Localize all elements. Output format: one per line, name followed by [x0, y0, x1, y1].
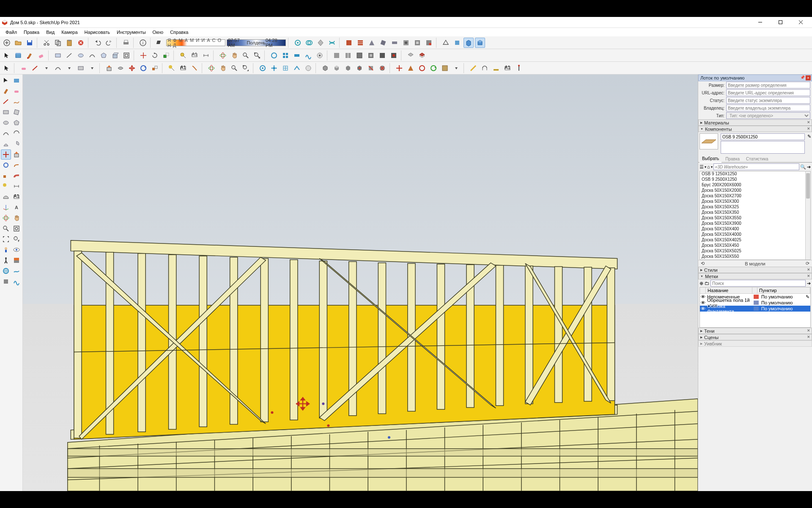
component-tool[interactable] [13, 50, 23, 61]
lt-pie[interactable] [12, 139, 22, 149]
lt-3dtext[interactable]: A [12, 202, 22, 213]
section-b[interactable] [343, 50, 353, 61]
tool-r3-2b[interactable] [41, 63, 52, 73]
tool-r3-8[interactable] [138, 63, 148, 73]
text-tool[interactable]: A1 [189, 50, 200, 61]
lt-rect[interactable] [1, 107, 11, 117]
tab-stats[interactable]: Статистика [743, 156, 771, 162]
lt-section[interactable] [12, 255, 22, 265]
lt-paint[interactable] [1, 86, 11, 96]
section-materials[interactable]: ▶Материалы✕ [698, 119, 812, 126]
tool-r3-16[interactable] [241, 63, 251, 73]
lt-look[interactable] [12, 245, 22, 255]
tool-r3-31[interactable] [428, 63, 439, 73]
menu-window[interactable]: Окно [150, 29, 167, 36]
list-item[interactable]: OSB 9 1250X1250 [700, 171, 810, 177]
section-tags[interactable]: ▼Метки✕ [698, 273, 812, 279]
tool-r3-23[interactable] [332, 63, 342, 73]
list-item[interactable]: Доска 50X150X300 [700, 199, 810, 204]
redo-button[interactable] [104, 38, 114, 48]
tool-r3-19[interactable] [280, 63, 291, 73]
tool-r3-36[interactable]: A1 [502, 63, 513, 73]
tool-r3-33[interactable] [468, 63, 478, 73]
lt-rotrect[interactable] [12, 107, 22, 117]
prop-size-input[interactable] [726, 82, 810, 88]
prop-url-input[interactable] [726, 89, 810, 96]
lt-polygon[interactable] [12, 118, 22, 128]
menu-camera[interactable]: Камера [58, 29, 80, 36]
lt-text[interactable]: A1 [12, 192, 22, 202]
texture-b-button[interactable] [355, 38, 365, 48]
menu-file[interactable]: Файл [3, 29, 20, 36]
lt-circle[interactable] [1, 118, 11, 128]
list-item[interactable]: Доска 50X150X400 [700, 226, 810, 232]
tool-r3-11[interactable]: A1 [178, 63, 188, 73]
tool-r3-20[interactable] [292, 63, 302, 73]
list-item[interactable]: Доска 50X150X550 [700, 254, 810, 260]
polygon-tool[interactable] [99, 50, 109, 61]
search-icon[interactable]: 🔍 [800, 164, 806, 170]
lt-rotate[interactable] [1, 160, 11, 170]
lt-offset[interactable] [12, 171, 22, 181]
rotate-tool[interactable] [150, 50, 160, 61]
solid-b-button[interactable] [452, 38, 462, 48]
table-row[interactable]: 👁Обвязка фундаментаПо умолчанию [700, 306, 810, 312]
warehouse-search-input[interactable] [713, 163, 799, 170]
texture-c-button[interactable] [367, 38, 377, 48]
minimize-button[interactable] [754, 18, 766, 27]
home-icon[interactable]: ⌂ [707, 164, 710, 169]
pin-icon[interactable]: 📌 [800, 75, 805, 80]
tool-r3-12[interactable] [189, 63, 200, 73]
list-item[interactable]: Доска 50X150X2000 [700, 188, 810, 193]
solid-c-button[interactable] [464, 38, 474, 48]
lt-zoomwin[interactable] [12, 224, 22, 234]
list-item[interactable]: Доска 50X150X325 [700, 204, 810, 210]
tool-r3-9[interactable] [150, 63, 160, 73]
lt-zoom[interactable] [1, 224, 11, 234]
visibility-icon[interactable]: 👁 [700, 294, 706, 299]
component-pin-icon[interactable]: ✎ [806, 132, 812, 155]
solid-a-button[interactable] [441, 38, 451, 48]
section-shadows[interactable]: ▶Тени✕ [698, 328, 812, 334]
extension-4[interactable] [303, 50, 313, 61]
texture-f-button[interactable] [401, 38, 411, 48]
print-button[interactable] [121, 38, 131, 48]
zoom-tool[interactable] [241, 50, 251, 61]
tags-table[interactable]: НазваниеПунктир 👁НепомеченныеПо умолчани… [700, 287, 811, 328]
list-item[interactable]: Доска 50X150X5025 [700, 248, 810, 254]
move-tool[interactable] [138, 50, 148, 61]
select-tool[interactable] [2, 50, 12, 61]
rectangle-tool[interactable] [53, 50, 63, 61]
list-item[interactable]: OSB 9 2500X1250 [700, 177, 810, 182]
tool-r3-17[interactable] [258, 63, 268, 73]
lt-pan[interactable] [12, 213, 22, 223]
tool-r3-22[interactable] [320, 63, 330, 73]
extension-5[interactable] [315, 50, 325, 61]
tool-r3-2[interactable] [30, 63, 40, 73]
lt-line[interactable] [1, 97, 11, 107]
extension-b-button[interactable] [304, 38, 314, 48]
lt-protractor[interactable] [1, 192, 11, 202]
list-item[interactable]: Доска 50X150X2700 [700, 193, 810, 199]
circle-tool[interactable] [76, 50, 86, 61]
line-tool[interactable] [64, 50, 74, 61]
lt-freehand[interactable] [12, 97, 22, 107]
tool-r3-4[interactable] [76, 63, 86, 73]
tool-r3-26[interactable] [366, 63, 376, 73]
tab-edit[interactable]: Правка [723, 156, 742, 162]
list-item[interactable]: Доска 50X150X4000 [700, 232, 810, 237]
lt-prevview[interactable] [12, 234, 22, 244]
menu-view[interactable]: Вид [43, 29, 58, 36]
lt-ext2[interactable] [12, 276, 22, 287]
date-slider[interactable]: Я Ф М А М И И А С О Н Д [166, 39, 225, 46]
tool-r3-29[interactable] [406, 63, 416, 73]
zoom-extents-tool[interactable] [252, 50, 262, 61]
eraser-tool[interactable] [36, 50, 46, 61]
tag-search-input[interactable] [710, 280, 806, 287]
lt-arc[interactable] [1, 128, 11, 138]
section-c[interactable] [354, 50, 365, 61]
lt-walk[interactable] [1, 255, 11, 265]
extension-a-button[interactable] [293, 38, 303, 48]
lt-tape[interactable] [1, 181, 11, 191]
extension-d-button[interactable] [327, 38, 337, 48]
